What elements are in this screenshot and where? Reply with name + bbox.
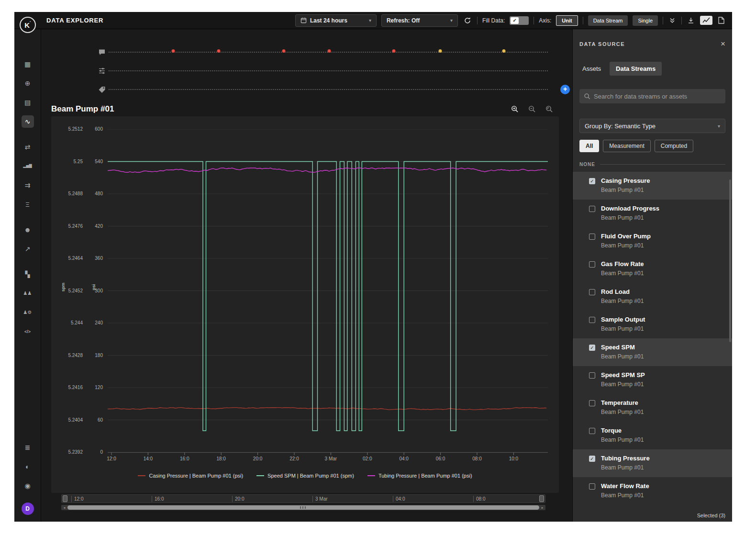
stream-item[interactable]: Fluid Over PumpBeam Pump #01 (573, 227, 732, 255)
scrollbar-thumb[interactable] (67, 505, 539, 510)
stream-checkbox[interactable] (589, 234, 595, 240)
sidebar-item-language[interactable]: ◉ (22, 480, 34, 492)
sidebar-item-data-explorer[interactable]: ∿ (22, 115, 34, 128)
user-avatar[interactable]: D (22, 502, 34, 515)
sidebar-item-applications[interactable]: ▤ (22, 96, 34, 109)
chart-plot[interactable] (108, 129, 548, 459)
sidebar-item-dashboards[interactable]: ▚ (22, 268, 34, 280)
stream-checkbox[interactable] (589, 428, 595, 434)
annotation-marker[interactable] (439, 49, 442, 53)
annotation-marker[interactable] (392, 49, 395, 53)
chevron-down-icon: ▾ (718, 123, 720, 129)
stream-checkbox[interactable]: ✓ (589, 178, 595, 184)
refresh-icon[interactable] (463, 16, 472, 25)
psi-tick: 420 (88, 223, 103, 229)
timeline-right-handle[interactable] (539, 495, 544, 502)
annotation-marker[interactable] (171, 49, 175, 53)
timeline-left-handle[interactable] (63, 495, 67, 502)
close-icon[interactable]: × (721, 41, 725, 47)
timeline-tick: 08:0 (473, 496, 485, 502)
refresh-dropdown[interactable]: Refresh: Off ▾ (381, 14, 458, 27)
annotation-marker[interactable] (327, 49, 331, 53)
stream-item[interactable]: Sample OutputBeam Pump #01 (573, 311, 732, 338)
stream-checkbox[interactable]: ✓ (589, 456, 595, 462)
legend-item[interactable]: Speed SPM | Beam Pump #01 (spm) (256, 473, 354, 479)
sidebar-item-insights[interactable]: ↗ (22, 243, 34, 255)
chart-title: Beam Pump #01 (51, 104, 114, 114)
annotation-marker[interactable] (282, 49, 286, 53)
zoom-out-icon[interactable] (527, 104, 537, 114)
sidebar-item-connections[interactable]: Ξ (22, 198, 34, 211)
panel-scrollbar-thumb[interactable] (729, 179, 731, 342)
sidebar-item-code[interactable]: </> (22, 325, 34, 338)
stream-item[interactable]: ✓Tubing PressureBeam Pump #01 (573, 449, 732, 477)
group-by-select[interactable]: Group By: Semantic Type ▾ (579, 119, 725, 133)
sidebar-item-user-settings[interactable]: ♟⚙ (22, 306, 34, 319)
data-source-panel: DATA SOURCE × Assets Data Streams Group … (572, 29, 732, 522)
stream-checkbox[interactable] (589, 372, 595, 379)
zoom-reset-icon[interactable] (545, 104, 554, 114)
trend-toggle-icon[interactable] (700, 16, 712, 25)
sidebar-item-users[interactable]: ♟♟ (22, 287, 34, 300)
filter-measurement[interactable]: Measurement (603, 140, 650, 152)
stream-checkbox[interactable] (589, 206, 595, 212)
filter-all[interactable]: All (579, 140, 599, 152)
stream-checkbox[interactable] (589, 400, 595, 406)
stream-checkbox[interactable] (589, 261, 595, 268)
chevron-down-icon: ▾ (450, 18, 453, 23)
stream-checkbox[interactable] (589, 289, 595, 295)
zoom-in-icon[interactable] (510, 104, 520, 114)
axis-unit-button[interactable]: Unit (556, 15, 578, 26)
sidebar-item-control-change[interactable]: ⇄ (22, 141, 34, 153)
timeline-bar[interactable]: 12:016:020:03 Mar04:008:0 (61, 494, 545, 503)
annotation-marker[interactable] (502, 49, 506, 53)
stream-item[interactable]: ✓Casing PressureBeam Pump #01 (573, 172, 732, 200)
scroll-left-icon[interactable]: ◂ (61, 506, 67, 510)
spm-axis-unit: spm (61, 283, 66, 292)
filter-computed[interactable]: Computed (655, 140, 693, 152)
sidebar-item-smart-apps[interactable]: ☻ (22, 223, 34, 236)
stream-name: Sample Output (601, 316, 645, 324)
annotation-marker[interactable] (217, 49, 221, 53)
stream-asset: Beam Pump #01 (601, 436, 644, 443)
stream-asset: Beam Pump #01 (601, 187, 650, 193)
download-icon[interactable] (687, 16, 695, 25)
workspaces-icon: ▦ (24, 61, 31, 67)
horizontal-scrollbar[interactable]: ◂ ▸ (61, 505, 545, 510)
spm-tick: 5.2464 (56, 256, 83, 261)
stream-item[interactable]: Download ProgressBeam Pump #01 (573, 200, 732, 227)
app-logo[interactable]: K˚ (20, 17, 36, 33)
data-stream-button[interactable]: Data Stream (588, 15, 628, 26)
stream-checkbox[interactable]: ✓ (589, 345, 595, 351)
stream-item[interactable]: Gas Flow RateBeam Pump #01 (573, 255, 732, 283)
stream-item[interactable]: Speed SPM SPBeam Pump #01 (573, 366, 732, 394)
stream-item[interactable]: Water Flow RateBeam Pump #01 (573, 477, 732, 505)
stream-checkbox[interactable] (589, 317, 595, 323)
sidebar-item-workspaces[interactable]: ▦ (22, 58, 34, 70)
stream-checkbox[interactable] (589, 483, 595, 490)
legend-item[interactable]: Tubing Pressure | Beam Pump #01 (psi) (367, 473, 472, 479)
legend-item[interactable]: Casing Pressure | Beam Pump #01 (psi) (138, 473, 243, 479)
search-input[interactable] (594, 93, 721, 100)
single-button[interactable]: Single (633, 15, 658, 26)
sidebar-item-globe[interactable]: ⊕ (22, 77, 34, 89)
zoom-controls (510, 104, 559, 114)
fill-data-toggle[interactable]: ✓ (510, 16, 529, 25)
sidebar-item-pipelines[interactable]: ⇉ (22, 179, 34, 191)
tab-assets[interactable]: Assets (579, 62, 604, 76)
sidebar: ▦⊕▤∿⇄▂▅▇⇉Ξ☻↗▚♟♟♟⚙</>≣◐◉ D (14, 29, 41, 522)
sidebar-item-analytics[interactable]: ▂▅▇ (22, 160, 34, 172)
sidebar-item-support[interactable]: ◐ (22, 460, 34, 473)
stream-item[interactable]: TemperatureBeam Pump #01 (573, 394, 732, 422)
add-annotation-button[interactable]: + (560, 85, 570, 94)
sidebar-item-documentation[interactable]: ≣ (22, 441, 34, 454)
collapse-icon[interactable] (668, 16, 677, 25)
stream-item[interactable]: TorqueBeam Pump #01 (573, 422, 732, 449)
spm-tick: 5.244 (56, 320, 83, 325)
time-range-dropdown[interactable]: Last 24 hours ▾ (295, 14, 377, 27)
report-icon[interactable] (717, 16, 725, 25)
stream-item[interactable]: ✓Speed SPMBeam Pump #01 (573, 338, 732, 366)
tab-data-streams[interactable]: Data Streams (610, 62, 662, 76)
stream-item[interactable]: Rod LoadBeam Pump #01 (573, 283, 732, 311)
scroll-right-icon[interactable]: ▸ (539, 506, 545, 510)
